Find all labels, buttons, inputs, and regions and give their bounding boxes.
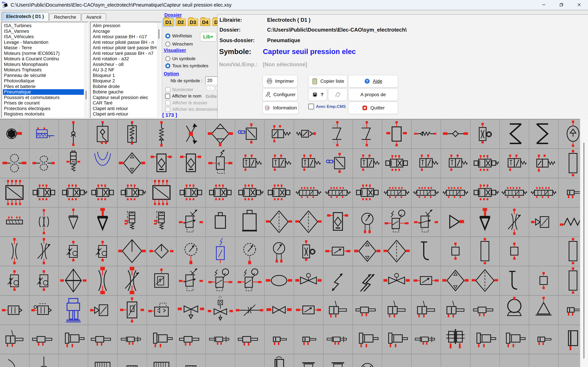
symbol-cell-cylC[interactable] xyxy=(59,325,88,354)
category-item[interactable]: Moteurs (norme IEC60617) xyxy=(3,51,88,56)
symbol-cell-bowchk[interactable] xyxy=(382,266,412,295)
symbol-cell-cylE[interactable] xyxy=(118,325,147,354)
symbol-cell-tridownf[interactable] xyxy=(88,208,118,236)
symbol-cell-cylJ[interactable] xyxy=(294,325,323,354)
quitter-button[interactable]: Quitter xyxy=(348,102,398,114)
category-item[interactable]: Panneau de sécurité xyxy=(3,73,88,78)
category-item[interactable]: ISA_Véhicules xyxy=(3,34,88,40)
symbol-cell-v32sp[interactable]: 1 xyxy=(265,149,294,178)
category-item[interactable]: Protections électriques xyxy=(3,106,88,111)
symbol-cell-circ2v[interactable] xyxy=(0,149,29,178)
minimize-button[interactable] xyxy=(535,0,553,9)
symbol-cell-cupv[interactable] xyxy=(323,354,353,367)
symbol-cell-v32sp[interactable]: 1 xyxy=(294,149,323,178)
dossier-section-link[interactable]: Dossier xyxy=(164,12,182,18)
symbol-cell-bowdown[interactable] xyxy=(176,296,206,325)
symbol-cell-boxvs[interactable] xyxy=(441,237,470,266)
symbol-cell-gauge2[interactable]: 12 xyxy=(353,208,382,236)
symbol-cell-cylB[interactable] xyxy=(235,325,265,354)
symbol-cell-fcloop[interactable] xyxy=(0,266,29,295)
symbol-cell-amptri[interactable] xyxy=(441,208,470,236)
a-propos-button[interactable]: A propos de xyxy=(348,88,398,101)
symbol-cell-cylA[interactable] xyxy=(382,296,412,325)
symbol-cell-vstackd[interactable] xyxy=(147,208,176,236)
symbol-cell-ptribox[interactable]: P xyxy=(529,208,559,236)
symbol-cell-dcvwide[interactable] xyxy=(294,178,323,207)
category-listbox[interactable]: ISA_TurbinesISA_VannesISA_VéhiculesLevag… xyxy=(1,22,88,118)
symbol-cell-fcchk[interactable] xyxy=(294,237,323,266)
symbol-cell-cupbig[interactable] xyxy=(500,296,529,325)
tab-electrotech-d1-[interactable]: Electrotech ( D1 ) xyxy=(1,12,49,21)
symbol-cell-bluemani[interactable] xyxy=(59,296,88,325)
symbol-cell-boxvs[interactable] xyxy=(529,266,559,295)
symbol-cell-diadbl[interactable] xyxy=(59,266,88,295)
symbol-cell-diadash[interactable] xyxy=(382,237,412,266)
symbol-item[interactable]: Assécheur - o8 xyxy=(92,62,161,67)
symbol-cell-dcvwide[interactable] xyxy=(412,178,441,207)
nb-minus-button[interactable]: - xyxy=(206,86,215,90)
category-item[interactable]: Poussoirs et commutateurs xyxy=(3,95,88,100)
symbol-cell-springbox[interactable] xyxy=(118,119,147,149)
symbol-cell-cylA[interactable] xyxy=(0,325,29,354)
symbol-cell-blank[interactable] xyxy=(529,354,559,367)
category-item[interactable]: Masse - Terre xyxy=(3,45,88,51)
symbol-cell-blank[interactable] xyxy=(441,354,470,367)
symbol-cell-throtline[interactable] xyxy=(235,296,265,325)
category-item[interactable]: Prises de courant xyxy=(3,100,88,106)
symbol-cell-curvarr[interactable] xyxy=(0,354,29,367)
symbol-cell-dcv52[interactable] xyxy=(265,178,294,207)
symbol-cell-jhook[interactable] xyxy=(412,237,441,266)
symbol-cell-dblcyl[interactable]: 12 xyxy=(441,325,470,354)
symbol-cell-bowchk[interactable] xyxy=(294,266,323,295)
symbol-cell-hatchtall[interactable] xyxy=(265,354,294,367)
symbol-cell-oval[interactable] xyxy=(265,266,294,295)
category-item[interactable]: ISA_Turbines xyxy=(3,23,88,29)
symbol-cell-blank[interactable] xyxy=(470,354,500,367)
symbol-cell-cylB[interactable] xyxy=(470,296,500,325)
symbol-cell-dcv52s[interactable] xyxy=(470,178,500,207)
symbol-cell-hourar[interactable] xyxy=(118,266,147,295)
grid-scrollbar[interactable] xyxy=(580,119,588,367)
symbol-cell-vspringh[interactable] xyxy=(265,119,294,149)
symbol-grid[interactable]: 12A1A2A1A221211211121111656512P121312P12 xyxy=(0,119,588,367)
symbol-cell-throtar[interactable] xyxy=(29,237,59,266)
symbol-cell-cylC[interactable] xyxy=(470,325,500,354)
symbol-cell-regcross[interactable] xyxy=(176,266,206,295)
category-scrollbar[interactable] xyxy=(84,23,88,117)
symbol-cell-fcloop[interactable] xyxy=(29,266,59,295)
radio-tous-symboles[interactable]: Tous les symboles xyxy=(165,63,208,68)
symbol-cell-diasm[interactable]: 13 xyxy=(147,237,176,266)
radio-winschem[interactable]: Winschem xyxy=(165,42,193,47)
symbol-cell-dcvwide[interactable] xyxy=(441,178,470,207)
book-button[interactable] xyxy=(328,88,347,101)
symbol-cell-cylA[interactable] xyxy=(441,296,470,325)
symbol-cell-cylC[interactable] xyxy=(382,325,412,354)
symbol-cell-v32sp[interactable]: 1 xyxy=(235,149,265,178)
symbol-cell-hourlg[interactable] xyxy=(88,266,118,295)
symbol-cell-dcv52s[interactable] xyxy=(118,178,147,207)
symbol-cell-boxvt[interactable] xyxy=(470,237,500,266)
symbol-cell-regcross[interactable] xyxy=(176,208,206,236)
category-item[interactable]: Pneumatique xyxy=(3,89,84,95)
chip-help-button[interactable]: ? xyxy=(308,88,327,101)
symbol-cell-diadash[interactable] xyxy=(294,208,323,236)
symbol-cell-v32sp[interactable]: 1 xyxy=(441,149,470,178)
symbol-cell-vblue[interactable]: 2 xyxy=(235,119,265,149)
symbol-cell-ptribox[interactable]: P xyxy=(88,296,118,325)
symbol-item[interactable]: Ancrage xyxy=(92,29,161,34)
symbol-cell-blank[interactable] xyxy=(500,354,529,367)
symbol-cell-chkh[interactable]: 21 xyxy=(441,119,470,149)
symbol-cell-zzbig[interactable] xyxy=(323,266,353,295)
category-item[interactable]: Moteurs Monophasés xyxy=(3,62,88,67)
option-section-link[interactable]: Option xyxy=(164,71,179,76)
symbol-cell-boxdia[interactable] xyxy=(323,208,353,236)
symbol-cell-zzbig2[interactable] xyxy=(353,266,382,295)
symbol-cell-throtv[interactable]: 12 xyxy=(0,237,29,266)
symbol-item[interactable]: CAR Taré xyxy=(92,100,161,106)
symbol-cell-cylC[interactable] xyxy=(147,325,176,354)
folder-button-d2[interactable]: D2 xyxy=(176,18,186,26)
category-item[interactable]: Levage - Manutention xyxy=(3,40,88,45)
folder-button-d4[interactable]: D4 xyxy=(200,18,210,26)
symbol-cell-reggauge[interactable] xyxy=(206,266,235,295)
symbol-cell-cupv[interactable] xyxy=(294,354,323,367)
